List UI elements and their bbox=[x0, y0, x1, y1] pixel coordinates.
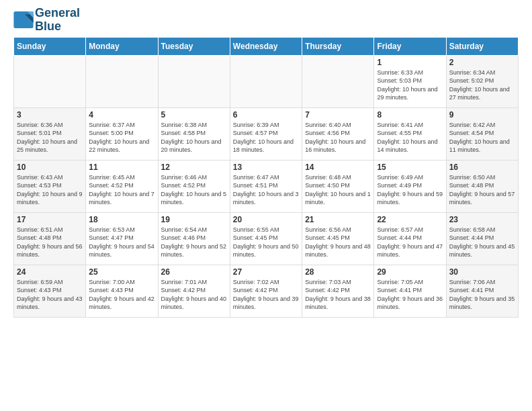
day-info: Sunrise: 6:50 AM Sunset: 4:48 PM Dayligh… bbox=[449, 173, 515, 207]
day-info: Sunrise: 6:40 AM Sunset: 4:56 PM Dayligh… bbox=[305, 121, 371, 154]
day-info: Sunrise: 6:56 AM Sunset: 4:45 PM Dayligh… bbox=[305, 226, 371, 259]
logo: General Blue bbox=[13, 7, 80, 34]
day-number: 9 bbox=[449, 110, 515, 120]
col-header-thursday: Thursday bbox=[302, 37, 374, 55]
day-info: Sunrise: 7:06 AM Sunset: 4:41 PM Dayligh… bbox=[449, 278, 515, 312]
calendar-cell: 5Sunrise: 6:38 AM Sunset: 4:58 PM Daylig… bbox=[158, 107, 230, 160]
day-number: 28 bbox=[305, 267, 371, 277]
calendar-cell: 9Sunrise: 6:42 AM Sunset: 4:54 PM Daylig… bbox=[446, 107, 518, 160]
col-header-sunday: Sunday bbox=[14, 37, 86, 55]
calendar-cell: 14Sunrise: 6:48 AM Sunset: 4:50 PM Dayli… bbox=[302, 160, 374, 212]
day-info: Sunrise: 6:59 AM Sunset: 4:43 PM Dayligh… bbox=[17, 278, 83, 312]
day-number: 20 bbox=[233, 215, 299, 224]
day-number: 4 bbox=[89, 110, 154, 120]
day-info: Sunrise: 7:00 AM Sunset: 4:43 PM Dayligh… bbox=[89, 278, 154, 312]
day-number: 24 bbox=[17, 267, 83, 277]
day-info: Sunrise: 6:51 AM Sunset: 4:48 PM Dayligh… bbox=[17, 226, 83, 259]
calendar-cell: 12Sunrise: 6:46 AM Sunset: 4:52 PM Dayli… bbox=[158, 160, 230, 212]
calendar-body: 1Sunrise: 6:33 AM Sunset: 5:03 PM Daylig… bbox=[14, 55, 519, 317]
day-number: 18 bbox=[89, 215, 154, 224]
day-number: 8 bbox=[377, 110, 443, 120]
calendar-wrapper: SundayMondayTuesdayWednesdayThursdayFrid… bbox=[0, 37, 532, 318]
day-info: Sunrise: 6:46 AM Sunset: 4:52 PM Dayligh… bbox=[161, 173, 227, 207]
day-number: 12 bbox=[161, 163, 227, 172]
day-info: Sunrise: 6:41 AM Sunset: 4:55 PM Dayligh… bbox=[377, 121, 443, 154]
day-number: 15 bbox=[377, 163, 443, 172]
day-info: Sunrise: 6:42 AM Sunset: 4:54 PM Dayligh… bbox=[449, 121, 515, 154]
calendar-cell: 10Sunrise: 6:43 AM Sunset: 4:53 PM Dayli… bbox=[14, 160, 86, 212]
day-info: Sunrise: 7:05 AM Sunset: 4:41 PM Dayligh… bbox=[377, 278, 443, 312]
day-info: Sunrise: 6:38 AM Sunset: 4:58 PM Dayligh… bbox=[161, 121, 227, 154]
day-number: 13 bbox=[233, 163, 299, 172]
calendar-cell: 16Sunrise: 6:50 AM Sunset: 4:48 PM Dayli… bbox=[446, 160, 518, 212]
calendar-cell: 22Sunrise: 6:57 AM Sunset: 4:44 PM Dayli… bbox=[374, 212, 446, 265]
day-info: Sunrise: 6:49 AM Sunset: 4:49 PM Dayligh… bbox=[377, 173, 443, 207]
day-number: 29 bbox=[377, 267, 443, 277]
day-info: Sunrise: 6:34 AM Sunset: 5:02 PM Dayligh… bbox=[449, 68, 515, 102]
calendar-cell: 11Sunrise: 6:45 AM Sunset: 4:52 PM Dayli… bbox=[86, 160, 158, 212]
calendar-cell: 17Sunrise: 6:51 AM Sunset: 4:48 PM Dayli… bbox=[14, 212, 86, 265]
col-header-tuesday: Tuesday bbox=[158, 37, 230, 55]
day-number: 27 bbox=[233, 267, 299, 277]
calendar-table: SundayMondayTuesdayWednesdayThursdayFrid… bbox=[13, 37, 519, 318]
calendar-cell: 30Sunrise: 7:06 AM Sunset: 4:41 PM Dayli… bbox=[446, 265, 518, 317]
col-header-saturday: Saturday bbox=[446, 37, 518, 55]
calendar-header: SundayMondayTuesdayWednesdayThursdayFrid… bbox=[14, 37, 519, 55]
logo-text: General Blue bbox=[35, 7, 80, 34]
day-info: Sunrise: 7:03 AM Sunset: 4:42 PM Dayligh… bbox=[305, 278, 371, 312]
calendar-cell: 19Sunrise: 6:54 AM Sunset: 4:46 PM Dayli… bbox=[158, 212, 230, 265]
calendar-cell: 6Sunrise: 6:39 AM Sunset: 4:57 PM Daylig… bbox=[230, 107, 302, 160]
calendar-cell: 25Sunrise: 7:00 AM Sunset: 4:43 PM Dayli… bbox=[86, 265, 158, 317]
day-number: 16 bbox=[449, 163, 515, 172]
calendar-cell: 29Sunrise: 7:05 AM Sunset: 4:41 PM Dayli… bbox=[374, 265, 446, 317]
week-row-2: 10Sunrise: 6:43 AM Sunset: 4:53 PM Dayli… bbox=[14, 160, 519, 212]
day-number: 23 bbox=[449, 215, 515, 224]
day-info: Sunrise: 6:45 AM Sunset: 4:52 PM Dayligh… bbox=[89, 173, 154, 207]
day-number: 5 bbox=[161, 110, 227, 120]
day-number: 25 bbox=[89, 267, 154, 277]
calendar-cell: 3Sunrise: 6:36 AM Sunset: 5:01 PM Daylig… bbox=[14, 107, 86, 160]
calendar-cell: 8Sunrise: 6:41 AM Sunset: 4:55 PM Daylig… bbox=[374, 107, 446, 160]
day-info: Sunrise: 7:01 AM Sunset: 4:42 PM Dayligh… bbox=[161, 278, 227, 312]
calendar-cell: 1Sunrise: 6:33 AM Sunset: 5:03 PM Daylig… bbox=[374, 55, 446, 107]
calendar-cell: 20Sunrise: 6:55 AM Sunset: 4:45 PM Dayli… bbox=[230, 212, 302, 265]
calendar-cell bbox=[158, 55, 230, 107]
day-number: 17 bbox=[17, 215, 83, 224]
day-number: 1 bbox=[377, 58, 443, 67]
day-number: 26 bbox=[161, 267, 227, 277]
calendar-cell bbox=[230, 55, 302, 107]
day-info: Sunrise: 7:02 AM Sunset: 4:42 PM Dayligh… bbox=[233, 278, 299, 312]
calendar-cell: 27Sunrise: 7:02 AM Sunset: 4:42 PM Dayli… bbox=[230, 265, 302, 317]
week-row-0: 1Sunrise: 6:33 AM Sunset: 5:03 PM Daylig… bbox=[14, 55, 519, 107]
week-row-4: 24Sunrise: 6:59 AM Sunset: 4:43 PM Dayli… bbox=[14, 265, 519, 317]
day-number: 30 bbox=[449, 267, 515, 277]
day-number: 14 bbox=[305, 163, 371, 172]
calendar-cell: 18Sunrise: 6:53 AM Sunset: 4:47 PM Dayli… bbox=[86, 212, 158, 265]
calendar-cell: 2Sunrise: 6:34 AM Sunset: 5:02 PM Daylig… bbox=[446, 55, 518, 107]
day-info: Sunrise: 6:37 AM Sunset: 5:00 PM Dayligh… bbox=[89, 121, 154, 154]
day-info: Sunrise: 6:58 AM Sunset: 4:44 PM Dayligh… bbox=[449, 226, 515, 259]
week-row-1: 3Sunrise: 6:36 AM Sunset: 5:01 PM Daylig… bbox=[14, 107, 519, 160]
calendar-cell: 4Sunrise: 6:37 AM Sunset: 5:00 PM Daylig… bbox=[86, 107, 158, 160]
calendar-cell: 7Sunrise: 6:40 AM Sunset: 4:56 PM Daylig… bbox=[302, 107, 374, 160]
calendar-cell bbox=[302, 55, 374, 107]
calendar-cell: 24Sunrise: 6:59 AM Sunset: 4:43 PM Dayli… bbox=[14, 265, 86, 317]
calendar-cell: 13Sunrise: 6:47 AM Sunset: 4:51 PM Dayli… bbox=[230, 160, 302, 212]
day-info: Sunrise: 6:53 AM Sunset: 4:47 PM Dayligh… bbox=[89, 226, 154, 259]
day-number: 6 bbox=[233, 110, 299, 120]
calendar-cell bbox=[14, 55, 86, 107]
day-info: Sunrise: 6:47 AM Sunset: 4:51 PM Dayligh… bbox=[233, 173, 299, 207]
col-header-wednesday: Wednesday bbox=[230, 37, 302, 55]
calendar-cell: 21Sunrise: 6:56 AM Sunset: 4:45 PM Dayli… bbox=[302, 212, 374, 265]
calendar-cell bbox=[86, 55, 158, 107]
col-header-friday: Friday bbox=[374, 37, 446, 55]
day-number: 21 bbox=[305, 215, 371, 224]
day-number: 10 bbox=[17, 163, 83, 172]
day-info: Sunrise: 6:39 AM Sunset: 4:57 PM Dayligh… bbox=[233, 121, 299, 154]
day-info: Sunrise: 6:33 AM Sunset: 5:03 PM Dayligh… bbox=[377, 68, 443, 102]
calendar-cell: 28Sunrise: 7:03 AM Sunset: 4:42 PM Dayli… bbox=[302, 265, 374, 317]
day-info: Sunrise: 6:54 AM Sunset: 4:46 PM Dayligh… bbox=[161, 226, 227, 259]
calendar-cell: 15Sunrise: 6:49 AM Sunset: 4:49 PM Dayli… bbox=[374, 160, 446, 212]
day-number: 22 bbox=[377, 215, 443, 224]
day-info: Sunrise: 6:55 AM Sunset: 4:45 PM Dayligh… bbox=[233, 226, 299, 259]
